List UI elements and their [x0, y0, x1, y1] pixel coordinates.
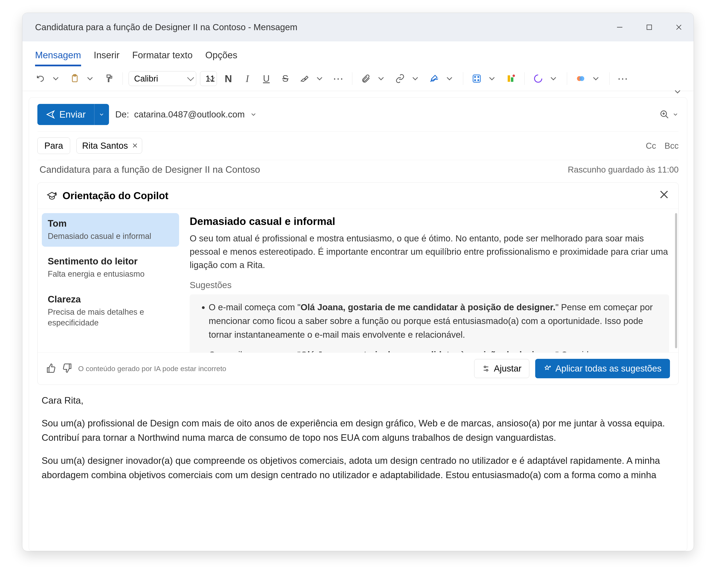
copilot-category-sentimento[interactable]: Sentimento do leitor Falta energia e ent…: [42, 251, 179, 285]
send-dropdown[interactable]: [94, 104, 109, 125]
svg-rect-6: [473, 75, 481, 82]
copilot-category-tom[interactable]: Tom Demasiado casual e informal: [42, 213, 179, 247]
send-button[interactable]: Enviar: [37, 104, 94, 125]
send-label: Enviar: [59, 109, 86, 120]
body-paragraph: Sou um(a) profissional de Design com mai…: [42, 416, 674, 445]
attach-dropdown[interactable]: [374, 70, 388, 87]
minimize-button[interactable]: [605, 13, 634, 41]
suggestions-label: Sugestões: [190, 280, 669, 290]
svg-point-13: [512, 75, 515, 77]
adjust-label: Ajustar: [494, 363, 522, 374]
body-paragraph: Sou um(a) designer inovador(a) que compr…: [42, 454, 674, 482]
apply-all-button[interactable]: Aplicar todas as sugestões: [535, 359, 670, 378]
undo-dropdown[interactable]: [48, 70, 63, 87]
send-button-group: Enviar: [37, 104, 109, 125]
copilot-hat-icon: [46, 190, 58, 202]
copilot-scrollbar[interactable]: [675, 213, 677, 348]
svg-line-17: [666, 116, 668, 118]
polls-button[interactable]: [503, 70, 519, 87]
svg-point-28: [486, 370, 488, 371]
svg-point-10: [478, 80, 479, 81]
detail-title: Demasiado casual e informal: [190, 215, 669, 228]
thumbs-down-button[interactable]: [62, 363, 72, 374]
recipient-name: Rita Santos: [82, 141, 128, 151]
tab-message[interactable]: Mensagem: [35, 48, 81, 66]
to-button[interactable]: Para: [37, 138, 70, 154]
strikethrough-button[interactable]: S: [278, 70, 293, 87]
copilot-footer: O conteúdo gerado por IA pode estar inco…: [38, 352, 678, 385]
copilot-button[interactable]: [573, 70, 588, 87]
paste-button[interactable]: [67, 70, 82, 87]
copilot-category-clareza[interactable]: Clareza Precisa de mais detalhes e espec…: [42, 289, 179, 334]
highlight-button[interactable]: [297, 70, 312, 87]
ribbon-more-button[interactable]: ⋯: [615, 70, 631, 87]
detail-body: O seu tom atual é profissional e mostra …: [190, 232, 669, 272]
thumbs-up-button[interactable]: [46, 363, 56, 374]
signature-button[interactable]: [427, 70, 442, 87]
from-prefix: De:: [115, 109, 129, 120]
category-title: Tom: [48, 218, 173, 229]
recipient-chip[interactable]: Rita Santos: [77, 138, 142, 153]
adjust-button[interactable]: Ajustar: [474, 359, 529, 378]
copilot-dropdown[interactable]: [588, 70, 604, 87]
copilot-detail: Demasiado casual e informal O seu tom at…: [183, 209, 678, 352]
bold-button[interactable]: N: [221, 70, 236, 87]
apps-button[interactable]: [469, 70, 484, 87]
tab-options[interactable]: Opções: [205, 48, 237, 66]
svg-point-9: [475, 80, 476, 81]
apps-dropdown[interactable]: [484, 70, 500, 87]
svg-rect-1: [647, 25, 652, 29]
format-painter-button[interactable]: [101, 70, 117, 87]
copilot-close-button[interactable]: [658, 189, 670, 203]
font-size-select[interactable]: 11: [200, 71, 217, 86]
highlight-dropdown[interactable]: [312, 70, 327, 87]
ribbon-toolbar: Calibri 11 N I U S ⋯: [22, 66, 694, 91]
paste-dropdown[interactable]: [82, 70, 98, 87]
copilot-panel: Orientação do Copilot Tom Demasiado casu…: [37, 183, 679, 385]
attach-button[interactable]: [358, 70, 374, 87]
suggestion-item: O e-mail começa com "Olá Joana, gostaria…: [209, 348, 661, 352]
category-subtitle: Precisa de mais detalhes e especificidad…: [48, 307, 173, 329]
compose-area: Enviar De: catarina.0487@outlook.com Par…: [29, 97, 687, 551]
category-subtitle: Demasiado casual e informal: [48, 231, 173, 241]
category-title: Sentimento do leitor: [48, 256, 173, 267]
from-email: catarina.0487@outlook.com: [134, 109, 245, 120]
maximize-button[interactable]: [634, 13, 664, 41]
loop-dropdown[interactable]: [546, 70, 561, 87]
font-name-select[interactable]: Calibri: [129, 71, 196, 86]
category-title: Clareza: [48, 294, 173, 304]
underline-button[interactable]: U: [259, 70, 274, 87]
svg-point-22: [55, 193, 57, 194]
svg-point-29: [550, 366, 550, 367]
tab-format-text[interactable]: Formatar texto: [132, 48, 193, 66]
cc-button[interactable]: Cc: [646, 141, 656, 151]
ribbon-expand-button[interactable]: [670, 83, 685, 100]
tab-insert[interactable]: Inserir: [94, 48, 120, 66]
from-field[interactable]: De: catarina.0487@outlook.com: [115, 109, 257, 120]
email-body[interactable]: Cara Rita, Sou um(a) profissional de Des…: [37, 385, 679, 551]
message-window: Candidatura para a função de Designer II…: [22, 13, 694, 551]
suggestions-box: O e-mail começa com "Olá Joana, gostaria…: [190, 294, 669, 352]
font-more-button[interactable]: ⋯: [331, 70, 346, 87]
body-paragraph: Cara Rita,: [42, 393, 674, 407]
signature-dropdown[interactable]: [442, 70, 457, 87]
titlebar: Candidatura para a função de Designer II…: [22, 13, 694, 41]
undo-button[interactable]: [33, 70, 48, 87]
copilot-sidebar: Tom Demasiado casual e informal Sentimen…: [38, 209, 183, 352]
loop-button[interactable]: [530, 70, 546, 87]
font-name-value: Calibri: [134, 74, 158, 83]
link-dropdown[interactable]: [408, 70, 423, 87]
svg-rect-11: [508, 76, 510, 82]
ribbon-tabs: Mensagem Inserir Formatar texto Opções: [22, 41, 694, 66]
bcc-button[interactable]: Bcc: [665, 141, 679, 151]
close-window-button[interactable]: [664, 13, 694, 41]
remove-recipient-icon[interactable]: [132, 141, 138, 151]
zoom-button[interactable]: [659, 110, 679, 119]
draft-saved-label: Rascunho guardado às 11:00: [568, 165, 679, 174]
svg-point-7: [475, 76, 476, 78]
subject-input[interactable]: Candidatura para a função de Designer II…: [40, 164, 260, 175]
font-size-value: 11: [206, 74, 215, 83]
link-button[interactable]: [393, 70, 408, 87]
window-title: Candidatura para a função de Designer II…: [35, 22, 297, 32]
italic-button[interactable]: I: [240, 70, 255, 87]
